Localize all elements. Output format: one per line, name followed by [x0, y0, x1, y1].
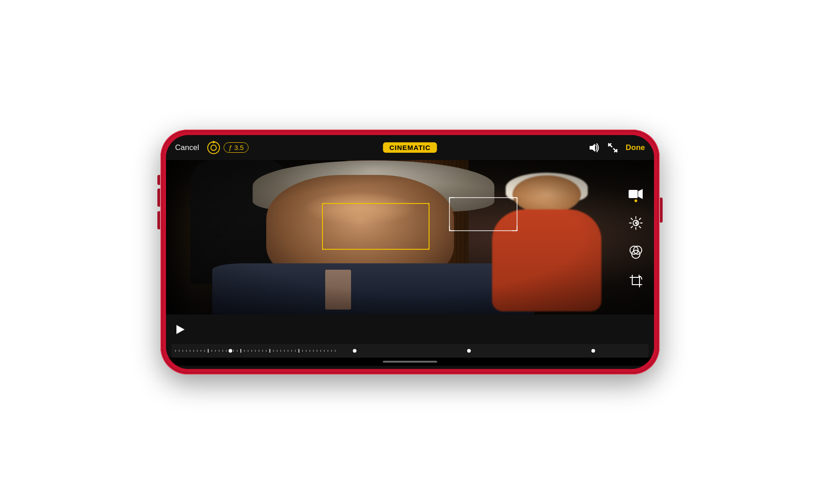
timeline-area: ‹: [166, 315, 654, 369]
svg-marker-0: [590, 144, 595, 152]
home-bar: [383, 361, 437, 363]
home-indicator: [166, 358, 654, 366]
svg-line-12: [639, 226, 641, 228]
scrub-bar[interactable]: [171, 344, 649, 358]
tick: [306, 350, 307, 352]
timeline-top: ‹: [166, 315, 654, 344]
top-right-controls: Done: [589, 143, 645, 153]
tick: [200, 350, 201, 352]
tick: [248, 350, 249, 352]
tool-active-dot: [635, 199, 637, 202]
tick: [179, 350, 180, 352]
right-tools: [626, 184, 646, 291]
volume-up-button[interactable]: [157, 189, 160, 207]
tick: [211, 350, 212, 352]
tick: [288, 350, 288, 352]
woman-body: [492, 209, 601, 311]
svg-rect-18: [632, 277, 639, 285]
tick: [266, 350, 267, 352]
video-camera-button[interactable]: [626, 184, 646, 204]
tick: [226, 350, 227, 352]
tick-major: [269, 349, 270, 353]
svg-line-14: [631, 226, 633, 228]
tick: [255, 350, 256, 352]
f-stop-badge[interactable]: ƒ 3.5: [224, 142, 249, 153]
tick: [273, 350, 274, 352]
tick: [284, 350, 285, 352]
tick: [277, 350, 278, 352]
tick: [335, 350, 336, 352]
aperture-controls: ƒ 3.5: [207, 141, 249, 154]
tick: [233, 350, 234, 352]
tick: [244, 350, 245, 352]
svg-line-11: [631, 218, 633, 219]
tick: [193, 350, 194, 352]
tick: [262, 350, 263, 352]
tick: [302, 350, 303, 352]
secondary-subject: [478, 175, 615, 311]
phone-screen: Cancel ƒ 3.5 CINEMATIC: [166, 135, 654, 369]
done-button[interactable]: Done: [626, 143, 645, 152]
tick: [291, 350, 292, 352]
brightness-button[interactable]: [626, 213, 646, 233]
tick: [182, 350, 183, 352]
tick: [190, 350, 190, 352]
phone-device: Cancel ƒ 3.5 CINEMATIC: [161, 130, 659, 374]
volume-down-button[interactable]: [157, 211, 160, 229]
svg-line-13: [639, 218, 641, 219]
notch: [381, 135, 439, 141]
tick: [309, 350, 310, 352]
tick: [204, 350, 205, 352]
tick: [295, 350, 296, 352]
svg-rect-3: [629, 190, 638, 198]
video-area[interactable]: [166, 160, 654, 315]
tick: [331, 350, 332, 352]
tick: [186, 350, 187, 352]
cinematic-badge: CINEMATIC: [383, 142, 437, 153]
tick-major: [298, 349, 299, 353]
tick: [313, 350, 314, 352]
power-button[interactable]: [660, 198, 663, 223]
resize-icon[interactable]: [608, 143, 618, 153]
tick-major: [208, 349, 209, 353]
tick: [175, 350, 176, 352]
tick: [320, 350, 321, 352]
crop-rotate-button[interactable]: [626, 271, 646, 291]
scrub-marker[interactable]: [467, 349, 471, 353]
tick: [219, 350, 220, 352]
tick: [215, 350, 216, 352]
sound-icon[interactable]: [589, 143, 600, 152]
tick-major: [240, 349, 241, 353]
cancel-button[interactable]: Cancel: [175, 143, 199, 152]
tick: [317, 350, 317, 352]
main-subject: [239, 168, 508, 315]
tick: [222, 350, 223, 352]
svg-marker-4: [638, 189, 643, 199]
silent-button[interactable]: [157, 175, 160, 185]
tick: [280, 350, 281, 352]
play-icon: [176, 325, 185, 334]
tick: [251, 350, 252, 352]
scrub-marker[interactable]: [591, 349, 595, 353]
video-scene: [166, 160, 654, 315]
tick: [197, 350, 198, 352]
tick: [237, 350, 238, 352]
tick: [324, 350, 325, 352]
tick: [259, 350, 259, 352]
scrub-marker[interactable]: [353, 349, 356, 353]
scrub-marker[interactable]: [229, 349, 232, 353]
woman-head: [512, 175, 581, 213]
color-mix-button[interactable]: [626, 242, 646, 262]
play-button[interactable]: [171, 321, 188, 338]
tick: [327, 350, 328, 352]
aperture-icon[interactable]: [207, 141, 220, 154]
scrub-ticks: [171, 344, 649, 358]
